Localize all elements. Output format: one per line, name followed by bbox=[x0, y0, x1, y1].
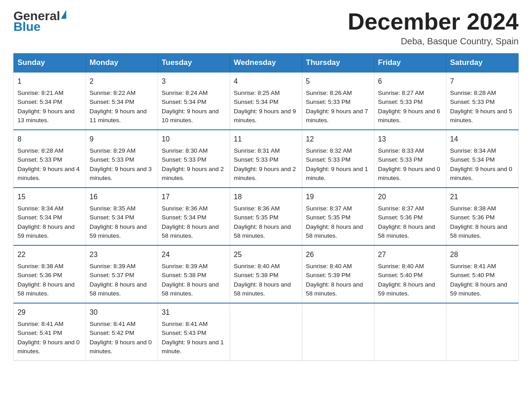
daylight-text: Daylight: 9 hours and 6 minutes. bbox=[378, 107, 442, 125]
calendar-cell: 21Sunrise: 8:38 AMSunset: 5:36 PMDayligh… bbox=[446, 188, 519, 245]
sunset-text: Sunset: 5:35 PM bbox=[306, 213, 370, 222]
day-number: 5 bbox=[306, 76, 370, 87]
sunrise-text: Sunrise: 8:41 AM bbox=[162, 320, 226, 329]
sunset-text: Sunset: 5:34 PM bbox=[162, 98, 226, 107]
sunset-text: Sunset: 5:33 PM bbox=[306, 155, 370, 164]
daylight-text: Daylight: 9 hours and 0 minutes. bbox=[17, 338, 82, 356]
week-row-4: 22Sunrise: 8:38 AMSunset: 5:36 PMDayligh… bbox=[14, 245, 519, 303]
day-number: 13 bbox=[378, 134, 442, 145]
daylight-text: Daylight: 9 hours and 10 minutes. bbox=[162, 107, 226, 125]
daylight-text: Daylight: 9 hours and 0 minutes. bbox=[378, 165, 442, 183]
daylight-text: Daylight: 9 hours and 2 minutes. bbox=[234, 165, 298, 183]
daylight-text: Daylight: 8 hours and 58 minutes. bbox=[162, 280, 226, 299]
daylight-text: Daylight: 9 hours and 3 minutes. bbox=[90, 165, 154, 183]
sunset-text: Sunset: 5:33 PM bbox=[450, 98, 515, 107]
day-number: 17 bbox=[162, 192, 226, 202]
daylight-text: Daylight: 9 hours and 11 minutes. bbox=[90, 107, 154, 125]
title-block: December 2024 Deba, Basque Country, Spai… bbox=[348, 9, 519, 47]
daylight-text: Daylight: 9 hours and 0 minutes. bbox=[450, 165, 515, 183]
calendar-cell: 23Sunrise: 8:39 AMSunset: 5:37 PMDayligh… bbox=[86, 245, 158, 303]
daylight-text: Daylight: 8 hours and 58 minutes. bbox=[234, 280, 298, 299]
day-number: 30 bbox=[90, 307, 154, 318]
sunset-text: Sunset: 5:34 PM bbox=[17, 98, 82, 107]
day-number: 15 bbox=[17, 192, 82, 202]
day-number: 18 bbox=[234, 192, 298, 202]
sunset-text: Sunset: 5:33 PM bbox=[306, 98, 370, 107]
calendar-cell: 2Sunrise: 8:22 AMSunset: 5:34 PMDaylight… bbox=[86, 72, 158, 130]
daylight-text: Daylight: 9 hours and 1 minute. bbox=[306, 165, 370, 183]
calendar-cell: 19Sunrise: 8:37 AMSunset: 5:35 PMDayligh… bbox=[302, 188, 374, 245]
sunrise-text: Sunrise: 8:41 AM bbox=[90, 320, 154, 329]
header-row: SundayMondayTuesdayWednesdayThursdayFrid… bbox=[14, 54, 519, 73]
sunset-text: Sunset: 5:42 PM bbox=[90, 329, 154, 338]
day-number: 24 bbox=[162, 249, 226, 260]
calendar-cell: 11Sunrise: 8:31 AMSunset: 5:33 PMDayligh… bbox=[230, 130, 302, 188]
sunrise-text: Sunrise: 8:32 AM bbox=[306, 146, 370, 155]
calendar-cell bbox=[230, 303, 302, 361]
calendar-cell: 29Sunrise: 8:41 AMSunset: 5:41 PMDayligh… bbox=[14, 303, 86, 361]
sunset-text: Sunset: 5:36 PM bbox=[378, 213, 442, 222]
calendar-cell: 14Sunrise: 8:34 AMSunset: 5:34 PMDayligh… bbox=[446, 130, 519, 188]
sunrise-text: Sunrise: 8:34 AM bbox=[17, 204, 82, 213]
sunrise-text: Sunrise: 8:38 AM bbox=[17, 262, 82, 271]
sunset-text: Sunset: 5:43 PM bbox=[162, 329, 226, 338]
calendar-cell: 3Sunrise: 8:24 AMSunset: 5:34 PMDaylight… bbox=[158, 72, 230, 130]
calendar-cell: 28Sunrise: 8:41 AMSunset: 5:40 PMDayligh… bbox=[446, 245, 519, 303]
calendar-cell: 4Sunrise: 8:25 AMSunset: 5:34 PMDaylight… bbox=[230, 72, 302, 130]
daylight-text: Daylight: 8 hours and 59 minutes. bbox=[378, 280, 442, 299]
sunrise-text: Sunrise: 8:24 AM bbox=[162, 89, 226, 98]
sunset-text: Sunset: 5:34 PM bbox=[17, 213, 82, 222]
daylight-text: Daylight: 8 hours and 58 minutes. bbox=[450, 223, 515, 241]
calendar-cell bbox=[302, 303, 374, 361]
week-row-5: 29Sunrise: 8:41 AMSunset: 5:41 PMDayligh… bbox=[14, 303, 519, 361]
calendar-cell: 16Sunrise: 8:35 AMSunset: 5:34 PMDayligh… bbox=[86, 188, 158, 245]
sunset-text: Sunset: 5:36 PM bbox=[450, 213, 515, 222]
day-number: 6 bbox=[378, 76, 442, 87]
sunset-text: Sunset: 5:33 PM bbox=[90, 155, 154, 164]
sunset-text: Sunset: 5:34 PM bbox=[234, 98, 298, 107]
week-row-1: 1Sunrise: 8:21 AMSunset: 5:34 PMDaylight… bbox=[14, 72, 519, 130]
day-number: 4 bbox=[234, 76, 298, 87]
sunrise-text: Sunrise: 8:36 AM bbox=[234, 204, 298, 213]
sunset-text: Sunset: 5:33 PM bbox=[162, 155, 226, 164]
calendar-cell: 27Sunrise: 8:40 AMSunset: 5:40 PMDayligh… bbox=[374, 245, 446, 303]
day-number: 7 bbox=[450, 76, 515, 87]
daylight-text: Daylight: 9 hours and 5 minutes. bbox=[450, 107, 515, 125]
day-number: 2 bbox=[90, 76, 154, 87]
sunset-text: Sunset: 5:33 PM bbox=[17, 155, 82, 164]
sunrise-text: Sunrise: 8:33 AM bbox=[378, 146, 442, 155]
sunrise-text: Sunrise: 8:41 AM bbox=[17, 320, 82, 329]
calendar-cell bbox=[374, 303, 446, 361]
column-header-sunday: Sunday bbox=[14, 54, 86, 73]
calendar-cell: 22Sunrise: 8:38 AMSunset: 5:36 PMDayligh… bbox=[14, 245, 86, 303]
daylight-text: Daylight: 9 hours and 2 minutes. bbox=[162, 165, 226, 183]
day-number: 1 bbox=[17, 76, 82, 87]
month-title: December 2024 bbox=[348, 9, 519, 34]
location-text: Deba, Basque Country, Spain bbox=[348, 36, 519, 47]
daylight-text: Daylight: 8 hours and 59 minutes. bbox=[90, 223, 154, 241]
sunrise-text: Sunrise: 8:27 AM bbox=[378, 89, 442, 98]
sunset-text: Sunset: 5:34 PM bbox=[162, 213, 226, 222]
sunset-text: Sunset: 5:40 PM bbox=[378, 271, 442, 280]
day-number: 21 bbox=[450, 192, 515, 202]
sunrise-text: Sunrise: 8:40 AM bbox=[306, 262, 370, 271]
day-number: 25 bbox=[234, 249, 298, 260]
sunrise-text: Sunrise: 8:40 AM bbox=[234, 262, 298, 271]
calendar-cell: 26Sunrise: 8:40 AMSunset: 5:39 PMDayligh… bbox=[302, 245, 374, 303]
calendar-cell: 1Sunrise: 8:21 AMSunset: 5:34 PMDaylight… bbox=[14, 72, 86, 130]
daylight-text: Daylight: 9 hours and 13 minutes. bbox=[17, 107, 82, 125]
sunrise-text: Sunrise: 8:25 AM bbox=[234, 89, 298, 98]
logo-triangle-icon bbox=[61, 10, 66, 19]
sunrise-text: Sunrise: 8:22 AM bbox=[90, 89, 154, 98]
day-number: 27 bbox=[378, 249, 442, 260]
logo-blue-text: Blue bbox=[13, 20, 41, 34]
calendar-cell: 31Sunrise: 8:41 AMSunset: 5:43 PMDayligh… bbox=[158, 303, 230, 361]
sunset-text: Sunset: 5:37 PM bbox=[90, 271, 154, 280]
daylight-text: Daylight: 8 hours and 58 minutes. bbox=[17, 280, 82, 299]
sunrise-text: Sunrise: 8:30 AM bbox=[162, 146, 226, 155]
daylight-text: Daylight: 8 hours and 58 minutes. bbox=[378, 223, 442, 241]
day-number: 9 bbox=[90, 134, 154, 145]
daylight-text: Daylight: 9 hours and 4 minutes. bbox=[17, 165, 82, 183]
calendar-table: SundayMondayTuesdayWednesdayThursdayFrid… bbox=[13, 53, 519, 361]
sunset-text: Sunset: 5:34 PM bbox=[450, 155, 515, 164]
